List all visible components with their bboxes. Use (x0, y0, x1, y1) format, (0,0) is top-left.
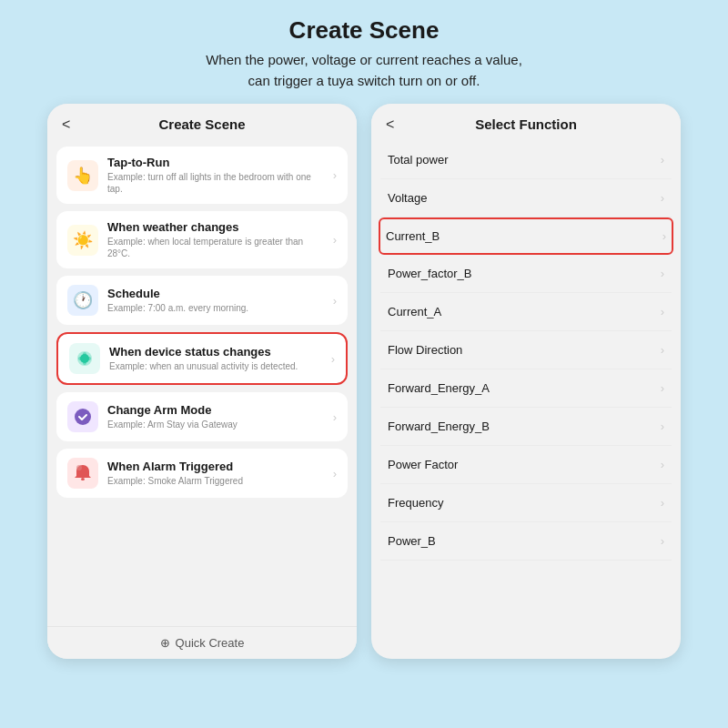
function-item-power-factor-b[interactable]: Power_factor_B › (380, 255, 672, 293)
left-phone: < Create Scene 👆 Tap-to-Run Example: tur… (47, 104, 357, 659)
function-name-power-factor: Power Factor (388, 458, 458, 471)
scene-item-schedule[interactable]: 🕐 Schedule Example: 7:00 a.m. every morn… (56, 276, 348, 325)
function-item-voltage[interactable]: Voltage › (380, 179, 672, 217)
scene-name-weather: When weather changes (107, 220, 324, 234)
chevron-forward-energy-b: › (661, 420, 664, 433)
scene-item-device-status[interactable]: When device status changes Example: when… (56, 332, 348, 385)
chevron-power-factor: › (661, 458, 664, 471)
right-phone-header: < Select Function (371, 104, 681, 141)
left-phone-title: Create Scene (158, 116, 245, 132)
function-name-power-b: Power_B (388, 534, 436, 548)
chevron-device-status: › (331, 352, 335, 366)
right-phone-title: Select Function (475, 116, 577, 132)
scene-icon-weather: ☀️ (67, 225, 98, 256)
function-name-frequency: Frequency (388, 496, 443, 510)
scene-name-arm-mode: Change Arm Mode (107, 403, 324, 417)
function-name-forward-energy-a: Forward_Energy_A (388, 381, 490, 395)
chevron-total-power: › (661, 153, 664, 167)
scene-text-device-status: When device status changes Example: when… (109, 345, 322, 372)
chevron-power-factor-b: › (661, 267, 664, 280)
function-item-current-b[interactable]: Current_B › (379, 217, 673, 255)
chevron-power-b: › (661, 534, 664, 548)
svg-rect-7 (81, 478, 85, 480)
scene-name-schedule: Schedule (107, 287, 324, 300)
svg-point-2 (83, 352, 86, 356)
left-back-button[interactable]: < (62, 116, 70, 133)
chevron-arm-mode: › (333, 410, 337, 424)
function-list: Total power › Voltage › Current_B › Powe… (371, 141, 681, 659)
quick-create-label: Quick Create (176, 636, 245, 650)
function-name-flow-direction: Flow Direction (388, 343, 462, 357)
page-subtitle: When the power, voltage or current reach… (36, 50, 692, 91)
scene-name-alarm: When Alarm Triggered (107, 460, 324, 473)
page-title: Create Scene (36, 16, 692, 45)
left-phone-header: < Create Scene (47, 104, 357, 141)
chevron-forward-energy-a: › (661, 381, 664, 395)
chevron-current-a: › (661, 305, 664, 318)
svg-point-6 (75, 409, 91, 425)
scene-desc-tap-to-run: Example: turn off all lights in the bedr… (107, 171, 324, 195)
scene-item-tap-to-run[interactable]: 👆 Tap-to-Run Example: turn off all light… (56, 147, 348, 204)
function-item-frequency[interactable]: Frequency › (380, 484, 672, 522)
scene-text-arm-mode: Change Arm Mode Example: Arm Stay via Ga… (107, 403, 324, 430)
chevron-weather: › (333, 233, 337, 247)
right-back-button[interactable]: < (386, 116, 394, 133)
function-name-current-b: Current_B (386, 229, 440, 243)
function-item-forward-energy-a[interactable]: Forward_Energy_A › (380, 369, 672, 408)
scene-icon-device-status (69, 343, 100, 374)
left-phone-footer: ⊕ Quick Create (47, 626, 357, 659)
svg-point-8 (76, 465, 82, 470)
function-item-current-a[interactable]: Current_A › (380, 293, 672, 331)
chevron-frequency: › (661, 496, 664, 510)
svg-point-5 (87, 357, 91, 360)
function-item-flow-direction[interactable]: Flow Direction › (380, 331, 672, 369)
function-item-power-factor[interactable]: Power Factor › (380, 446, 672, 484)
function-name-current-a: Current_A (388, 305, 441, 318)
chevron-alarm: › (333, 467, 337, 480)
scene-text-weather: When weather changes Example: when local… (107, 220, 324, 259)
quick-create-icon: ⊕ (160, 636, 170, 650)
function-item-total-power[interactable]: Total power › (380, 141, 672, 179)
scene-name-device-status: When device status changes (109, 345, 322, 359)
chevron-voltage: › (661, 191, 664, 205)
quick-create-button[interactable]: ⊕ Quick Create (160, 636, 245, 650)
scene-desc-alarm: Example: Smoke Alarm Triggered (107, 475, 324, 487)
chevron-flow-direction: › (661, 343, 664, 357)
chevron-schedule: › (333, 294, 337, 308)
right-phone: < Select Function Total power › Voltage … (371, 104, 681, 659)
svg-point-3 (83, 361, 86, 365)
function-name-total-power: Total power (388, 153, 448, 167)
scene-desc-schedule: Example: 7:00 a.m. every morning. (107, 302, 324, 314)
scene-text-tap-to-run: Tap-to-Run Example: turn off all lights … (107, 156, 324, 195)
scene-item-alarm[interactable]: When Alarm Triggered Example: Smoke Alar… (56, 449, 348, 498)
function-name-voltage: Voltage (388, 191, 427, 205)
scene-icon-tap-to-run: 👆 (67, 160, 98, 191)
function-item-forward-energy-b[interactable]: Forward_Energy_B › (380, 408, 672, 446)
chevron-current-b: › (662, 229, 666, 243)
svg-point-4 (78, 357, 82, 360)
scene-list: 👆 Tap-to-Run Example: turn off all light… (47, 141, 357, 626)
scene-item-arm-mode[interactable]: Change Arm Mode Example: Arm Stay via Ga… (56, 392, 348, 441)
function-name-power-factor-b: Power_factor_B (388, 267, 472, 280)
chevron-tap-to-run: › (333, 168, 337, 182)
scene-desc-device-status: Example: when an unusual activity is det… (109, 360, 322, 372)
scene-icon-alarm (67, 458, 98, 489)
phones-container: < Create Scene 👆 Tap-to-Run Example: tur… (0, 104, 728, 728)
scene-icon-schedule: 🕐 (67, 285, 98, 316)
scene-desc-weather: Example: when local temperature is great… (107, 236, 324, 259)
scene-text-schedule: Schedule Example: 7:00 a.m. every mornin… (107, 287, 324, 314)
page-header: Create Scene When the power, voltage or … (0, 0, 728, 104)
scene-name-tap-to-run: Tap-to-Run (107, 156, 324, 169)
scene-desc-arm-mode: Example: Arm Stay via Gateway (107, 419, 324, 430)
function-name-forward-energy-b: Forward_Energy_B (388, 420, 490, 433)
scene-text-alarm: When Alarm Triggered Example: Smoke Alar… (107, 460, 324, 487)
scene-icon-arm-mode (67, 401, 98, 432)
scene-item-weather[interactable]: ☀️ When weather changes Example: when lo… (56, 211, 348, 268)
function-item-power-b[interactable]: Power_B › (380, 522, 672, 561)
